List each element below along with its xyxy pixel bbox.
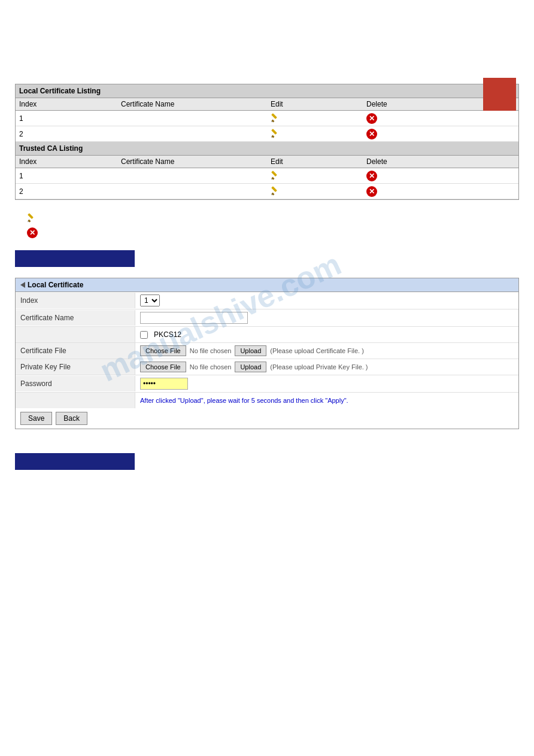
delete-icon-local-2[interactable]: ✕ [366, 129, 377, 139]
local-cert-row-2: 2 ✕ [16, 126, 518, 142]
form-title-text: Local Certificate [28, 281, 83, 289]
password-control [135, 375, 518, 392]
pkcs12-checkbox[interactable] [140, 331, 148, 339]
cert-file-label: Certificate File [16, 343, 135, 359]
private-key-label: Private Key File [16, 359, 135, 375]
local-col-index: Index [16, 98, 117, 111]
svg-rect-1 [271, 113, 277, 119]
svg-rect-6 [271, 177, 274, 180]
trusted-ca-listing-title: Trusted CA Listing [16, 142, 518, 156]
cert-file-no-file: No file chosen [190, 347, 232, 354]
trusted-ca-row-2-index: 2 [16, 184, 117, 199]
index-select[interactable]: 1 2 3 4 [140, 294, 160, 306]
trusted-ca-row-1-name [117, 168, 267, 184]
cert-name-label: Certificate Name [16, 310, 135, 326]
cert-file-hint: (Please upload Certificate File. ) [270, 347, 364, 354]
private-key-upload-btn[interactable]: Upload [235, 362, 266, 372]
local-col-edit: Edit [267, 98, 363, 111]
index-control: 1 2 3 4 [135, 292, 518, 309]
legend-area: ✕ [27, 212, 519, 238]
local-cert-row-2-name [117, 126, 267, 142]
local-cert-row-1-index: 1 [16, 111, 117, 126]
local-cert-row-2-edit[interactable] [267, 126, 363, 142]
trusted-ca-row-1: 1 ✕ [16, 168, 518, 184]
private-key-hint: (Please upload Private Key File. ) [270, 363, 368, 371]
svg-rect-9 [271, 193, 274, 196]
pkcs12-text: PKCS12 [154, 330, 181, 339]
top-blue-bar[interactable] [15, 250, 135, 267]
legend-edit-icon [27, 212, 38, 224]
password-label: Password [16, 376, 135, 391]
delete-icon-trusted-2[interactable]: ✕ [366, 186, 377, 197]
main-content: Local Certificate Listing Index Certific… [0, 60, 534, 484]
local-cert-row-2-delete[interactable]: ✕ [363, 126, 518, 142]
svg-rect-10 [271, 186, 277, 192]
private-key-no-file: No file chosen [190, 363, 232, 371]
cert-file-choose-btn[interactable]: Choose File [140, 345, 186, 356]
form-row-pkcs12: PKCS12 [16, 327, 518, 343]
form-info-spacer [16, 393, 135, 408]
local-cert-row-2-index: 2 [16, 126, 117, 142]
local-col-cert-name: Certificate Name [117, 98, 267, 111]
trusted-ca-row-2: 2 ✕ [16, 184, 518, 199]
form-info-text: After clicked "Upload", please wait for … [135, 394, 353, 406]
local-cert-row-1-name [117, 111, 267, 126]
trusted-ca-row-1-index: 1 [16, 168, 117, 184]
local-cert-row-1-edit[interactable] [267, 111, 363, 126]
trusted-col-delete: Delete [363, 156, 518, 168]
delete-icon-trusted-1[interactable]: ✕ [366, 171, 377, 181]
form-row-password: Password [16, 375, 518, 393]
form-actions: Save Back [16, 408, 518, 429]
legend-delete: ✕ [27, 227, 519, 238]
form-info-row: After clicked "Upload", please wait for … [16, 393, 518, 408]
svg-rect-3 [271, 135, 274, 138]
index-label: Index [16, 293, 135, 308]
back-button[interactable]: Back [56, 412, 87, 425]
delete-icon-local-1[interactable]: ✕ [366, 113, 377, 124]
edit-icon-trusted-1[interactable] [271, 174, 281, 182]
legend-delete-icon: ✕ [27, 227, 38, 238]
page-wrapper: manualshive.com Local Certificate Listin… [0, 60, 534, 756]
form-row-cert-name: Certificate Name [16, 309, 518, 327]
trusted-col-cert-name: Certificate Name [117, 156, 267, 168]
trusted-ca-row-1-delete[interactable]: ✕ [363, 168, 518, 184]
cert-file-control: Choose File No file chosen Upload (Pleas… [135, 343, 518, 359]
svg-rect-0 [271, 120, 274, 123]
cert-tables: Local Certificate Listing Index Certific… [15, 84, 519, 200]
form-row-private-key: Private Key File Choose File No file cho… [16, 359, 518, 375]
trusted-ca-row-2-edit[interactable] [267, 184, 363, 199]
cert-name-input[interactable] [140, 312, 248, 324]
form-row-cert-file: Certificate File Choose File No file cho… [16, 343, 518, 359]
form-section-title: Local Certificate [16, 278, 518, 292]
svg-rect-12 [28, 220, 31, 223]
save-button[interactable]: Save [20, 412, 52, 425]
trusted-col-edit: Edit [267, 156, 363, 168]
trusted-col-index: Index [16, 156, 117, 168]
legend-edit [27, 212, 519, 224]
svg-rect-7 [271, 171, 277, 177]
cert-name-control [135, 309, 518, 326]
pkcs12-control: PKCS12 [135, 328, 518, 341]
trusted-ca-row-1-edit[interactable] [267, 168, 363, 184]
cert-file-upload-btn[interactable]: Upload [235, 345, 266, 356]
bottom-blue-bar [15, 453, 135, 470]
pkcs12-label [16, 327, 135, 342]
svg-rect-4 [271, 129, 277, 135]
local-cert-row-1-delete[interactable]: ✕ [363, 111, 518, 126]
edit-icon-local-1[interactable] [271, 116, 281, 125]
edit-icon-trusted-2[interactable] [271, 189, 281, 198]
svg-rect-13 [28, 213, 34, 219]
red-square [483, 78, 516, 111]
local-cert-row-1: 1 ✕ [16, 111, 518, 126]
trusted-ca-row-2-delete[interactable]: ✕ [363, 184, 518, 199]
local-cert-form: Local Certificate Index 1 2 3 4 Certific… [15, 278, 519, 429]
trusted-ca-row-2-name [117, 184, 267, 199]
private-key-control: Choose File No file chosen Upload (Pleas… [135, 359, 518, 375]
collapse-triangle-icon[interactable] [20, 282, 25, 288]
private-key-choose-btn[interactable]: Choose File [140, 362, 186, 372]
local-cert-listing-title: Local Certificate Listing [16, 84, 518, 98]
form-row-index: Index 1 2 3 4 [16, 292, 518, 309]
edit-icon-local-2[interactable] [271, 132, 281, 140]
password-input[interactable] [140, 378, 188, 390]
